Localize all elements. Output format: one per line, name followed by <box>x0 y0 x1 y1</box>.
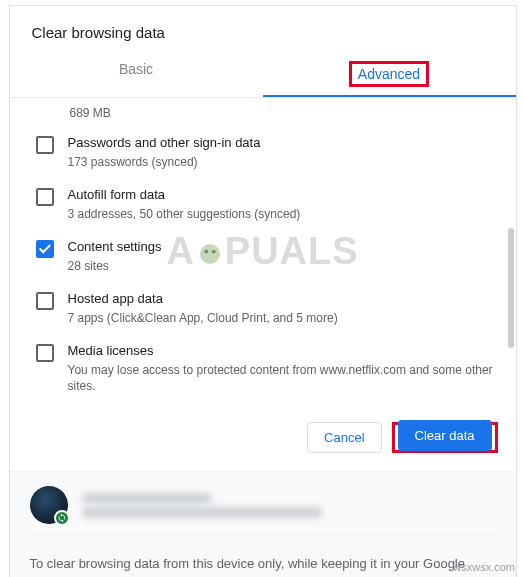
account-info-redacted <box>82 490 496 521</box>
checkbox-media-licenses[interactable] <box>36 344 54 362</box>
clear-browsing-data-dialog: Clear browsing data Basic Advanced 689 M… <box>9 5 517 577</box>
clear-data-highlight: Clear data <box>392 422 498 453</box>
account-name-redacted <box>82 493 212 504</box>
tab-advanced-label: Advanced <box>358 66 420 82</box>
list-item[interactable]: Content settings 28 sites <box>24 230 498 282</box>
tabs: Basic Advanced <box>10 51 516 98</box>
sync-icon <box>54 510 70 526</box>
item-text: Autofill form data 3 addresses, 50 other… <box>68 186 498 222</box>
cancel-button-label: Cancel <box>324 430 364 445</box>
options-list: 689 MB Passwords and other sign-in data … <box>10 98 512 408</box>
account-email-redacted <box>82 507 322 518</box>
scrollbar-track[interactable] <box>508 98 514 408</box>
clear-data-button[interactable]: Clear data <box>398 420 492 451</box>
account-row <box>30 486 496 535</box>
item-title: Media licenses <box>68 342 498 360</box>
dialog-title: Clear browsing data <box>10 6 516 51</box>
list-item[interactable]: Hosted app data 7 apps (Click&Clean App,… <box>24 282 498 334</box>
tab-advanced-highlight: Advanced <box>349 61 429 87</box>
clear-data-button-label: Clear data <box>415 428 475 443</box>
item-sub: 7 apps (Click&Clean App, Cloud Print, an… <box>68 308 498 326</box>
scroll-area: 689 MB Passwords and other sign-in data … <box>10 98 516 408</box>
checkbox-content-settings[interactable] <box>36 240 54 258</box>
item-text: Content settings 28 sites <box>68 238 498 274</box>
avatar-wrap <box>30 486 68 524</box>
item-title: Hosted app data <box>68 290 498 308</box>
account-section <box>10 471 516 541</box>
checkbox-passwords[interactable] <box>36 136 54 154</box>
truncated-prev-item-sub: 689 MB <box>24 102 498 126</box>
tab-basic[interactable]: Basic <box>10 51 263 97</box>
item-sub: 3 addresses, 50 other suggestions (synce… <box>68 204 498 222</box>
checkbox-autofill[interactable] <box>36 188 54 206</box>
item-text: Passwords and other sign-in data 173 pas… <box>68 134 498 170</box>
list-item[interactable]: Autofill form data 3 addresses, 50 other… <box>24 178 498 230</box>
footer-note: To clear browsing data from this device … <box>10 541 516 577</box>
list-item[interactable]: Media licenses You may lose access to pr… <box>24 334 498 402</box>
tab-basic-label: Basic <box>119 61 153 77</box>
scrollbar-thumb[interactable] <box>508 228 514 348</box>
item-sub: 28 sites <box>68 256 498 274</box>
item-title: Passwords and other sign-in data <box>68 134 498 152</box>
item-title: Content settings <box>68 238 498 256</box>
item-title: Autofill form data <box>68 186 498 204</box>
item-text: Hosted app data 7 apps (Click&Clean App,… <box>68 290 498 326</box>
item-sub: 173 passwords (synced) <box>68 152 498 170</box>
cancel-button[interactable]: Cancel <box>307 422 381 453</box>
tab-advanced[interactable]: Advanced <box>263 51 516 97</box>
list-item[interactable]: Passwords and other sign-in data 173 pas… <box>24 126 498 178</box>
attribution: wsxwsx.com <box>453 561 515 573</box>
dialog-actions: Cancel Clear data <box>10 408 516 471</box>
item-text: Media licenses You may lose access to pr… <box>68 342 498 394</box>
checkbox-hosted-app[interactable] <box>36 292 54 310</box>
item-sub: You may lose access to protected content… <box>68 360 498 394</box>
